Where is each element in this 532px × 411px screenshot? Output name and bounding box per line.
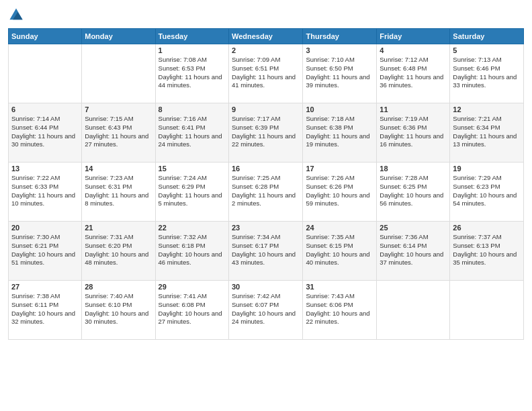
day-number: 12 xyxy=(453,105,521,113)
day-info: Sunrise: 7:37 AMSunset: 6:13 PMDaylight:… xyxy=(453,233,517,266)
day-number: 21 xyxy=(85,224,152,232)
day-info: Sunrise: 7:13 AMSunset: 6:46 PMDaylight:… xyxy=(453,56,517,89)
day-info: Sunrise: 7:31 AMSunset: 6:20 PMDaylight:… xyxy=(85,233,148,266)
day-info: Sunrise: 7:28 AMSunset: 6:25 PMDaylight:… xyxy=(380,174,443,207)
calendar-table: SundayMondayTuesdayWednesdayThursdayFrid… xyxy=(8,28,524,340)
day-number: 17 xyxy=(306,165,373,173)
calendar-cell: 12 Sunrise: 7:21 AMSunset: 6:34 PMDaylig… xyxy=(450,103,524,163)
day-number: 19 xyxy=(453,165,521,173)
calendar-cell: 24 Sunrise: 7:35 AMSunset: 6:15 PMDaylig… xyxy=(303,222,377,281)
day-info: Sunrise: 7:38 AMSunset: 6:11 PMDaylight:… xyxy=(11,292,75,325)
calendar-cell: 18 Sunrise: 7:28 AMSunset: 6:25 PMDaylig… xyxy=(377,163,450,222)
calendar-cell: 16 Sunrise: 7:25 AMSunset: 6:28 PMDaylig… xyxy=(229,163,303,222)
calendar-cell xyxy=(450,281,524,340)
calendar-cell: 23 Sunrise: 7:34 AMSunset: 6:17 PMDaylig… xyxy=(229,222,303,281)
day-number: 11 xyxy=(380,105,447,113)
day-number: 7 xyxy=(85,105,152,113)
calendar-cell: 28 Sunrise: 7:40 AMSunset: 6:10 PMDaylig… xyxy=(82,281,155,340)
weekday-header-sunday: Sunday xyxy=(9,29,82,44)
calendar-cell: 10 Sunrise: 7:18 AMSunset: 6:38 PMDaylig… xyxy=(303,103,377,163)
day-number: 5 xyxy=(453,46,521,54)
day-number: 22 xyxy=(159,224,226,232)
day-number: 26 xyxy=(453,224,521,232)
calendar-cell: 26 Sunrise: 7:37 AMSunset: 6:13 PMDaylig… xyxy=(450,222,524,281)
day-info: Sunrise: 7:19 AMSunset: 6:36 PMDaylight:… xyxy=(380,115,443,148)
day-number: 28 xyxy=(85,283,152,291)
day-info: Sunrise: 7:17 AMSunset: 6:39 PMDaylight:… xyxy=(232,115,296,148)
day-info: Sunrise: 7:35 AMSunset: 6:15 PMDaylight:… xyxy=(306,233,369,266)
day-number: 10 xyxy=(306,105,373,113)
day-info: Sunrise: 7:30 AMSunset: 6:21 PMDaylight:… xyxy=(11,233,75,266)
day-number: 18 xyxy=(380,165,447,173)
calendar-cell: 25 Sunrise: 7:36 AMSunset: 6:14 PMDaylig… xyxy=(377,222,450,281)
day-info: Sunrise: 7:24 AMSunset: 6:29 PMDaylight:… xyxy=(159,174,222,207)
day-info: Sunrise: 7:14 AMSunset: 6:44 PMDaylight:… xyxy=(11,115,75,148)
calendar-cell: 17 Sunrise: 7:26 AMSunset: 6:26 PMDaylig… xyxy=(303,163,377,222)
day-info: Sunrise: 7:26 AMSunset: 6:26 PMDaylight:… xyxy=(306,174,369,207)
calendar-cell: 30 Sunrise: 7:42 AMSunset: 6:07 PMDaylig… xyxy=(229,281,303,340)
day-info: Sunrise: 7:25 AMSunset: 6:28 PMDaylight:… xyxy=(232,174,296,207)
day-number: 20 xyxy=(11,224,79,232)
day-number: 27 xyxy=(11,283,79,291)
calendar-cell: 7 Sunrise: 7:15 AMSunset: 6:43 PMDayligh… xyxy=(82,103,155,163)
calendar-cell: 13 Sunrise: 7:22 AMSunset: 6:33 PMDaylig… xyxy=(9,163,82,222)
day-number: 31 xyxy=(306,283,373,291)
calendar-cell: 19 Sunrise: 7:29 AMSunset: 6:23 PMDaylig… xyxy=(450,163,524,222)
calendar-cell: 22 Sunrise: 7:32 AMSunset: 6:18 PMDaylig… xyxy=(155,222,228,281)
calendar-cell: 2 Sunrise: 7:09 AMSunset: 6:51 PMDayligh… xyxy=(229,44,303,103)
calendar-cell: 3 Sunrise: 7:10 AMSunset: 6:50 PMDayligh… xyxy=(303,44,377,103)
day-number: 16 xyxy=(232,165,300,173)
day-info: Sunrise: 7:21 AMSunset: 6:34 PMDaylight:… xyxy=(453,115,517,148)
calendar-cell: 29 Sunrise: 7:41 AMSunset: 6:08 PMDaylig… xyxy=(155,281,228,340)
day-info: Sunrise: 7:43 AMSunset: 6:06 PMDaylight:… xyxy=(306,292,369,325)
day-info: Sunrise: 7:34 AMSunset: 6:17 PMDaylight:… xyxy=(232,233,296,266)
day-number: 24 xyxy=(306,224,373,232)
weekday-header-friday: Friday xyxy=(377,29,450,44)
calendar-cell: 6 Sunrise: 7:14 AMSunset: 6:44 PMDayligh… xyxy=(9,103,82,163)
week-row-1: 1 Sunrise: 7:08 AMSunset: 6:53 PMDayligh… xyxy=(9,44,524,103)
day-number: 6 xyxy=(11,105,79,113)
calendar-cell xyxy=(82,44,155,103)
day-number: 29 xyxy=(159,283,226,291)
weekday-header-thursday: Thursday xyxy=(303,29,377,44)
day-number: 1 xyxy=(159,46,226,54)
day-info: Sunrise: 7:29 AMSunset: 6:23 PMDaylight:… xyxy=(453,174,517,207)
calendar-cell: 20 Sunrise: 7:30 AMSunset: 6:21 PMDaylig… xyxy=(9,222,82,281)
weekday-header-wednesday: Wednesday xyxy=(229,29,303,44)
day-info: Sunrise: 7:22 AMSunset: 6:33 PMDaylight:… xyxy=(11,174,75,207)
week-row-5: 27 Sunrise: 7:38 AMSunset: 6:11 PMDaylig… xyxy=(9,281,524,340)
calendar-cell: 31 Sunrise: 7:43 AMSunset: 6:06 PMDaylig… xyxy=(303,281,377,340)
day-info: Sunrise: 7:41 AMSunset: 6:08 PMDaylight:… xyxy=(159,292,222,325)
day-number: 9 xyxy=(232,105,300,113)
day-info: Sunrise: 7:18 AMSunset: 6:38 PMDaylight:… xyxy=(306,115,369,148)
day-info: Sunrise: 7:40 AMSunset: 6:10 PMDaylight:… xyxy=(85,292,148,325)
day-number: 14 xyxy=(85,165,152,173)
week-row-2: 6 Sunrise: 7:14 AMSunset: 6:44 PMDayligh… xyxy=(9,103,524,163)
day-number: 3 xyxy=(306,46,373,54)
weekday-header-row: SundayMondayTuesdayWednesdayThursdayFrid… xyxy=(9,29,524,44)
week-row-4: 20 Sunrise: 7:30 AMSunset: 6:21 PMDaylig… xyxy=(9,222,524,281)
day-number: 25 xyxy=(380,224,447,232)
logo xyxy=(8,7,27,23)
weekday-header-saturday: Saturday xyxy=(450,29,524,44)
weekday-header-tuesday: Tuesday xyxy=(155,29,228,44)
day-info: Sunrise: 7:09 AMSunset: 6:51 PMDaylight:… xyxy=(232,56,296,89)
calendar-cell: 11 Sunrise: 7:19 AMSunset: 6:36 PMDaylig… xyxy=(377,103,450,163)
calendar-cell: 21 Sunrise: 7:31 AMSunset: 6:20 PMDaylig… xyxy=(82,222,155,281)
calendar-cell: 8 Sunrise: 7:16 AMSunset: 6:41 PMDayligh… xyxy=(155,103,228,163)
calendar-cell xyxy=(9,44,82,103)
day-info: Sunrise: 7:08 AMSunset: 6:53 PMDaylight:… xyxy=(159,56,222,89)
week-row-3: 13 Sunrise: 7:22 AMSunset: 6:33 PMDaylig… xyxy=(9,163,524,222)
calendar-cell xyxy=(377,281,450,340)
day-info: Sunrise: 7:36 AMSunset: 6:14 PMDaylight:… xyxy=(380,233,443,266)
day-number: 23 xyxy=(232,224,300,232)
day-info: Sunrise: 7:23 AMSunset: 6:31 PMDaylight:… xyxy=(85,174,148,207)
page: SundayMondayTuesdayWednesdayThursdayFrid… xyxy=(0,0,532,411)
day-number: 15 xyxy=(159,165,226,173)
calendar-cell: 5 Sunrise: 7:13 AMSunset: 6:46 PMDayligh… xyxy=(450,44,524,103)
header xyxy=(8,7,524,23)
day-info: Sunrise: 7:32 AMSunset: 6:18 PMDaylight:… xyxy=(159,233,222,266)
logo-icon xyxy=(8,7,24,23)
calendar-cell: 27 Sunrise: 7:38 AMSunset: 6:11 PMDaylig… xyxy=(9,281,82,340)
day-number: 8 xyxy=(159,105,226,113)
